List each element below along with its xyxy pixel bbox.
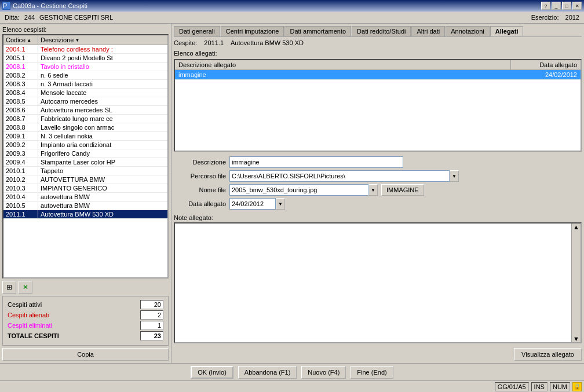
- descrizione-cell: Tavolo in cristallo: [38, 63, 167, 71]
- stats-box: Cespiti attivi 20 Cespiti alienati 2 Ces…: [2, 296, 169, 346]
- codice-cell: 2008.3: [3, 80, 38, 88]
- abbandona-button[interactable]: Abbandona (F1): [238, 366, 297, 379]
- table-row[interactable]: 2010.3IMPIANTO GENERICO: [3, 184, 167, 193]
- descrizione-column-header[interactable]: Descrizione ▼: [38, 35, 167, 45]
- note-area[interactable]: ▲ ▼: [174, 222, 582, 343]
- descrizione-form-label: Descrizione: [174, 159, 226, 166]
- data-form-label: Data allegato: [174, 200, 226, 207]
- percorso-input[interactable]: [229, 170, 450, 182]
- tab-dati-reddito[interactable]: Dati reddito/Studi: [352, 26, 411, 36]
- status-field-1: GG/01/A5: [495, 382, 529, 391]
- add-icon-button[interactable]: ⊞: [2, 281, 16, 294]
- table-row[interactable]: 2010.5autovettura BMW: [3, 202, 167, 210]
- cespite-name: Autovettura BMW 530 XD: [231, 39, 304, 46]
- table-row[interactable]: 2004.1Telefono cordless handy :: [3, 45, 167, 54]
- ditta-number: 244: [24, 14, 35, 21]
- codice-cell: 2009.1: [3, 132, 38, 140]
- nuovo-button[interactable]: Nuovo (F4): [301, 366, 346, 379]
- titlebar: P Ca003a - Gestione Cespiti ? _ □ ✕: [0, 0, 584, 12]
- bottom-bar: OK (Invio) Abbandona (F1) Nuovo (F4) Fin…: [0, 363, 584, 380]
- data-allegato-header: Data allegato: [511, 60, 581, 69]
- table-row[interactable]: 2009.2Impianto aria condizionat: [3, 141, 167, 149]
- cespite-label: Cespite:: [174, 39, 197, 46]
- attivi-value: 20: [140, 300, 163, 309]
- codice-cell: 2008.6: [3, 106, 38, 114]
- note-scrollbar-up[interactable]: ▲ ▼: [571, 224, 581, 342]
- data-dropdown-btn[interactable]: ▼: [276, 198, 285, 210]
- codice-cell: 2008.5: [3, 97, 38, 105]
- tab-bar: Dati generali Centri imputazione Dati am…: [174, 26, 582, 37]
- codice-cell: 2010.2: [3, 175, 38, 184]
- immagine-button[interactable]: IMMAGINE: [381, 184, 424, 196]
- data-container: ▼: [229, 198, 285, 210]
- close-button[interactable]: ✕: [572, 2, 582, 10]
- minimize-button[interactable]: _: [552, 2, 561, 10]
- percorso-container: ▼: [229, 170, 459, 182]
- percorso-dropdown-btn[interactable]: ▼: [450, 170, 459, 182]
- descrizione-cell: Fabbricato lungo mare ce: [38, 115, 167, 123]
- app-icon: P: [2, 2, 10, 10]
- table-row[interactable]: 2008.5Autocarro mercedes: [3, 97, 167, 106]
- table-row[interactable]: 2008.7Fabbricato lungo mare ce: [3, 115, 167, 123]
- cespite-code: 2011.1: [204, 39, 224, 46]
- descrizione-input[interactable]: [229, 156, 403, 168]
- elenco-allegati-title: Elenco allegati:: [174, 50, 582, 57]
- table-row[interactable]: 2009.4Stampante Laser color HP: [3, 158, 167, 167]
- table-row[interactable]: 2009.1N. 3 cellulari nokia: [3, 132, 167, 141]
- fine-button[interactable]: Fine (End): [351, 366, 393, 379]
- table-row[interactable]: 2008.2n. 6 sedie: [3, 71, 167, 80]
- copy-button[interactable]: Copia: [2, 348, 169, 361]
- table-row[interactable]: 2010.4autovettura BMW: [3, 193, 167, 202]
- nome-input[interactable]: [229, 184, 368, 196]
- descrizione-cell: Autovettura BMW 530 XD: [38, 210, 167, 218]
- note-scroll-down[interactable]: ▼: [572, 335, 581, 342]
- help-button[interactable]: ?: [541, 2, 550, 10]
- codice-cell: 2011.1: [3, 210, 38, 218]
- ok-button[interactable]: OK (Invio): [191, 366, 233, 379]
- nome-dropdown-btn[interactable]: ▼: [368, 184, 378, 196]
- cespiti-grid: Codice ▲ Descrizione ▼ 2004.1Telefono co…: [2, 34, 169, 279]
- alienati-value: 2: [140, 310, 163, 320]
- infobar: Ditta: 244 GESTIONE CESPITI SRL Esercizi…: [0, 12, 584, 24]
- table-row[interactable]: 2010.2AUTOVETTURA BMW: [3, 175, 167, 184]
- codice-sort-icon: ▲: [27, 38, 31, 43]
- excel-icon-button[interactable]: ✕: [19, 281, 32, 294]
- table-row[interactable]: 2011.1Autovettura BMW 530 XD: [3, 210, 167, 219]
- window-title: Ca003a - Gestione Cespiti: [13, 2, 87, 9]
- eliminati-label: Cespiti eliminati: [8, 322, 52, 329]
- codice-cell: 2008.7: [3, 115, 38, 123]
- codice-cell: 2005.1: [3, 54, 38, 62]
- table-row[interactable]: 2008.8Lavello singolo con armac: [3, 123, 167, 132]
- note-scroll-up[interactable]: ▲: [572, 224, 581, 230]
- table-row[interactable]: 2010.1Tappeto: [3, 167, 167, 175]
- codice-cell: 2009.3: [3, 149, 38, 157]
- statusbar: GG/01/A5 INS NUM 🔒: [0, 380, 584, 392]
- tab-dati-generali[interactable]: Dati generali: [174, 26, 220, 36]
- table-row[interactable]: 2008.4Mensole laccate: [3, 89, 167, 97]
- descrizione-cell: Divano 2 posti Modello St: [38, 54, 167, 62]
- codice-cell: 2010.1: [3, 167, 38, 175]
- table-row[interactable]: 2008.1Tavolo in cristallo: [3, 63, 167, 71]
- tab-dati-ammortamento[interactable]: Dati ammortamento: [284, 26, 351, 36]
- tab-allegati[interactable]: Allegati: [490, 26, 524, 36]
- descrizione-cell: AUTOVETTURA BMW: [38, 175, 167, 184]
- allegato-data: 24/02/2012: [511, 70, 581, 79]
- codice-cell: 2008.8: [3, 123, 38, 131]
- codice-cell: 2004.1: [3, 45, 38, 53]
- descrizione-cell: Autovettura mercedes SL: [38, 106, 167, 114]
- tab-annotazioni[interactable]: Annotazioni: [446, 26, 490, 36]
- table-row[interactable]: 2005.1Divano 2 posti Modello St: [3, 54, 167, 63]
- data-input[interactable]: [229, 198, 276, 210]
- note-label: Note allegato:: [174, 214, 582, 221]
- table-row[interactable]: 2008.3n. 3 Armadi laccati: [3, 80, 167, 89]
- table-row[interactable]: 2009.3Frigorifero Candy: [3, 149, 167, 158]
- codice-column-header[interactable]: Codice ▲: [3, 35, 38, 45]
- maximize-button[interactable]: □: [562, 2, 571, 10]
- nome-container: ▼: [229, 184, 378, 196]
- allegati-row[interactable]: immagine 24/02/2012: [175, 70, 581, 80]
- table-row[interactable]: 2008.6Autovettura mercedes SL: [3, 106, 167, 115]
- tab-centri-imputazione[interactable]: Centri imputazione: [221, 26, 284, 36]
- totale-label: TOTALE CESPITI: [8, 332, 59, 339]
- tab-altri-dati[interactable]: Altri dati: [411, 26, 445, 36]
- visualizza-button[interactable]: Visualizza allegato: [514, 348, 582, 361]
